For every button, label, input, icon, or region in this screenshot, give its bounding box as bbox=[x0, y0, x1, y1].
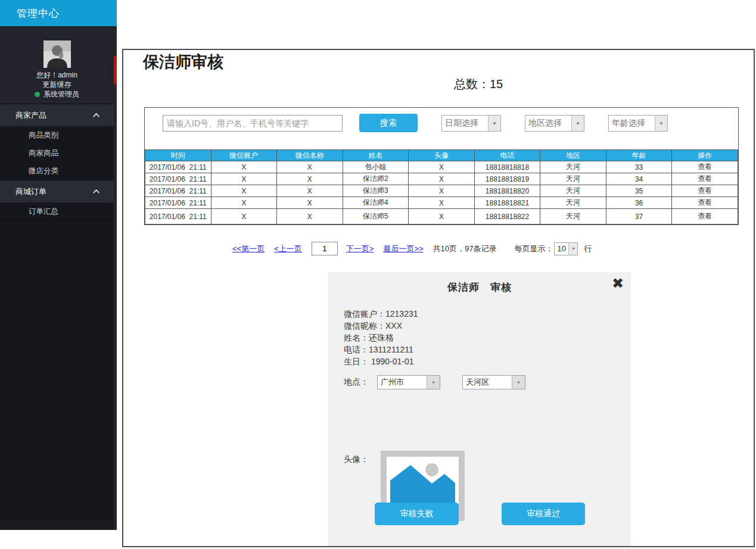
view-action-link[interactable]: 查看 bbox=[672, 197, 738, 209]
per-page-label: 每页显示： bbox=[514, 244, 553, 254]
sidebar-scrollbar-track[interactable] bbox=[114, 26, 117, 530]
table-row: 2017/01/06 21:11XX保洁师2X18818818819天河34查看 bbox=[145, 173, 738, 185]
column-header: 操作 bbox=[672, 150, 738, 161]
table-cell: X bbox=[409, 161, 475, 173]
column-header: 时间 bbox=[145, 150, 211, 161]
table-row: 2017/01/06 21:11XX包小姐X18818818818天河33查看 bbox=[145, 161, 738, 173]
table-cell: 18818818818 bbox=[474, 161, 540, 173]
pagination: <<第一页 <上一页 下一页> 最后一页>> 共10页，97条记录 每页显示： … bbox=[232, 242, 592, 255]
view-action-link[interactable]: 查看 bbox=[672, 209, 738, 224]
filter-select-value: 日期选择 bbox=[442, 118, 488, 129]
chevron-up-icon bbox=[93, 113, 99, 119]
sidebar-menu: 商家产品商品类别商家商品微店分类商城订单订单汇总 bbox=[0, 104, 114, 519]
table-cell: 37 bbox=[606, 209, 672, 224]
review-pass-button[interactable]: 审核通过 bbox=[502, 503, 585, 525]
table-cell: X bbox=[211, 161, 277, 173]
table-cell: 保洁师2 bbox=[343, 173, 409, 185]
column-header: 地区 bbox=[540, 150, 606, 161]
total-count: 总数：15 bbox=[454, 76, 561, 92]
table-cell: 2017/01/06 21:11 bbox=[145, 161, 211, 173]
sidebar-item-商品类别[interactable]: 商品类别 bbox=[0, 126, 114, 144]
chevron-down-icon: ▼ bbox=[512, 376, 525, 389]
chevron-up-icon bbox=[93, 189, 99, 195]
table-row: 2017/01/06 21:11XX保洁师3X18818818820天河35查看 bbox=[145, 185, 738, 197]
city-select[interactable]: 广州市 ▼ bbox=[377, 375, 440, 389]
sidebar-submenu: 商品类别商家商品微店分类 bbox=[0, 126, 114, 180]
role-line: 系统管理员 bbox=[0, 89, 114, 99]
table-cell: X bbox=[277, 185, 343, 197]
last-page-link[interactable]: 最后一页>> bbox=[383, 244, 423, 254]
location-label: 地点： bbox=[344, 377, 369, 388]
modal-field: 电话：1311211211 bbox=[344, 344, 418, 355]
table-cell: X bbox=[277, 209, 343, 224]
table-cell: 35 bbox=[606, 185, 672, 197]
sidebar: 管理中心 您好！admin 更新缓存 系统管理员 商家产品商品类别商家商品微店分… bbox=[0, 0, 117, 530]
pagination-summary: 共10页，97条记录 bbox=[433, 244, 497, 254]
sidebar-group-1[interactable]: 商城订单 bbox=[0, 180, 114, 202]
table-body: 2017/01/06 21:11XX包小姐X18818818818天河33查看2… bbox=[145, 161, 738, 224]
per-page-select[interactable]: 10 ▼ bbox=[554, 242, 578, 255]
filter-select-value: 年龄选择 bbox=[609, 118, 655, 129]
filter-select-value: 地区选择 bbox=[525, 118, 571, 129]
table-cell: 天河 bbox=[540, 185, 606, 197]
chevron-down-icon: ▼ bbox=[571, 116, 584, 131]
table-cell: 2017/01/06 21:11 bbox=[145, 209, 211, 224]
refresh-cache-link[interactable]: 更新缓存 bbox=[0, 80, 114, 89]
chevron-down-icon: ▼ bbox=[568, 243, 577, 255]
table-cell: 2017/01/06 21:11 bbox=[145, 185, 211, 197]
modal-field: 生日： 1990-01-01 bbox=[344, 355, 418, 367]
filter-select-2[interactable]: 年龄选择▼ bbox=[608, 115, 668, 132]
column-header: 年龄 bbox=[606, 150, 672, 161]
filter-select-1[interactable]: 地区选择▼ bbox=[525, 115, 584, 132]
search-input[interactable] bbox=[163, 115, 343, 132]
location-row: 地点： 广州市 ▼ 天河区 ▼ bbox=[344, 375, 525, 390]
first-page-link[interactable]: <<第一页 bbox=[232, 244, 265, 254]
table-cell: 2017/01/06 21:11 bbox=[145, 197, 211, 209]
table-cell: 保洁师4 bbox=[343, 197, 409, 209]
table-cell: 保洁师5 bbox=[343, 209, 409, 224]
sidebar-item-订单汇总[interactable]: 订单汇总 bbox=[0, 202, 114, 220]
sidebar-item-微店分类[interactable]: 微店分类 bbox=[0, 162, 114, 180]
sidebar-scrollbar-thumb[interactable] bbox=[114, 56, 117, 85]
sidebar-group-0[interactable]: 商家产品 bbox=[0, 104, 114, 126]
table-cell: 18818818821 bbox=[474, 197, 540, 209]
chevron-down-icon: ▼ bbox=[427, 376, 440, 389]
view-action-link[interactable]: 查看 bbox=[672, 161, 738, 173]
page-number-input[interactable] bbox=[312, 242, 338, 255]
table-cell: 天河 bbox=[540, 173, 606, 185]
table-cell: X bbox=[211, 209, 277, 224]
next-page-link[interactable]: 下一页> bbox=[346, 244, 374, 254]
search-row: 搜索 日期选择▼地区选择▼年龄选择▼ bbox=[145, 108, 738, 149]
prev-page-link[interactable]: <上一页 bbox=[274, 244, 302, 254]
table-cell: 包小姐 bbox=[343, 161, 409, 173]
city-value: 广州市 bbox=[378, 377, 427, 388]
table-cell: X bbox=[409, 173, 475, 185]
chevron-down-icon: ▼ bbox=[655, 116, 667, 131]
app-header: 管理中心 bbox=[0, 0, 117, 26]
modal-field: 微信昵称：XXX bbox=[344, 320, 418, 332]
column-header: 电话 bbox=[474, 150, 540, 161]
view-action-link[interactable]: 查看 bbox=[672, 185, 738, 197]
modal-field: 姓名：还珠格 bbox=[344, 332, 418, 344]
online-status-icon bbox=[35, 92, 40, 97]
sidebar-group-label: 商家产品 bbox=[15, 110, 46, 121]
search-and-table-panel: 搜索 日期选择▼地区选择▼年龄选择▼ 时间微信账户微信名称姓名头像电话地区年龄操… bbox=[144, 107, 739, 225]
table-cell: 34 bbox=[606, 173, 672, 185]
filter-select-0[interactable]: 日期选择▼ bbox=[441, 115, 501, 132]
table-cell: 18818818819 bbox=[474, 173, 540, 185]
close-icon[interactable]: ✖ bbox=[612, 274, 624, 292]
view-action-link[interactable]: 查看 bbox=[672, 173, 738, 185]
review-fail-button[interactable]: 审核失败 bbox=[375, 503, 459, 525]
sidebar-item-商家商品[interactable]: 商家商品 bbox=[0, 144, 114, 162]
district-value: 天河区 bbox=[463, 377, 512, 388]
table-row: 2017/01/06 21:11XX保洁师5X18818818822天河37查看 bbox=[145, 209, 738, 224]
table-cell: 33 bbox=[606, 161, 672, 173]
search-button[interactable]: 搜索 bbox=[359, 114, 418, 132]
sidebar-submenu: 订单汇总 bbox=[0, 202, 114, 220]
page-title: 保洁师审核 bbox=[143, 51, 223, 73]
greeting-text: 您好！admin bbox=[0, 70, 114, 80]
table-cell: X bbox=[409, 197, 475, 209]
sidebar-group-label: 商城订单 bbox=[15, 186, 46, 197]
district-select[interactable]: 天河区 ▼ bbox=[462, 375, 525, 389]
table-cell: 36 bbox=[606, 197, 672, 209]
